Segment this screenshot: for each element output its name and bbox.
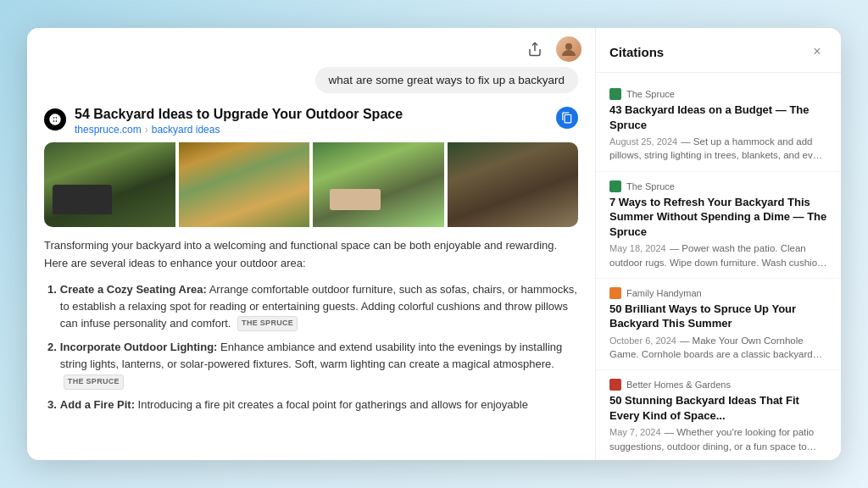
citation-source-4: Better Homes & Gardens: [626, 380, 731, 390]
left-panel: what are some great ways to fix up a bac…: [27, 28, 595, 460]
svg-point-1: [565, 43, 572, 50]
list-item-3: 3. Add a Fire Pit: Introducing a fire pi…: [47, 396, 578, 413]
citation-item-2[interactable]: The Spruce 7 Ways to Refresh Your Backya…: [596, 172, 841, 279]
share-button[interactable]: [522, 36, 548, 62]
close-button[interactable]: ×: [807, 42, 827, 62]
citation-source-1: The Spruce: [626, 89, 675, 99]
citation-favicon-2: [609, 180, 621, 192]
citation-snippet-4: May 7, 2024— Whether you're looking for …: [609, 425, 827, 452]
citation-favicon-3: [609, 287, 621, 299]
citations-list: The Spruce 43 Backyard Ideas on a Budget…: [596, 73, 841, 460]
citation-item-4[interactable]: Better Homes & Gardens 50 Stunning Backy…: [596, 370, 841, 460]
citation-item-3[interactable]: Family Handyman 50 Brilliant Ways to Spr…: [596, 279, 841, 371]
list-items: 1. Create a Cozy Seating Area: Arrange c…: [44, 281, 578, 414]
avatar[interactable]: [556, 36, 581, 62]
citation-snippet-3: October 6, 2024— Make Your Own Cornhole …: [609, 334, 827, 361]
citation-source-row-1: The Spruce: [609, 88, 827, 100]
list-item-2: 2. Incorporate Outdoor Lighting: Enhance…: [47, 339, 578, 390]
response-source: thespruce.com › backyard ideas: [75, 124, 548, 136]
backyard-image-4[interactable]: [448, 142, 579, 227]
ai-icon: [44, 108, 66, 130]
citations-title: Citations: [609, 45, 664, 59]
image-grid: [44, 142, 578, 227]
svg-point-2: [53, 118, 57, 121]
citation-favicon-1: [609, 88, 621, 100]
citation-title-4: 50 Stunning Backyard Ideas That Fit Ever…: [609, 393, 827, 423]
citation-source-3: Family Handyman: [626, 288, 702, 298]
user-message: what are some great ways to fix up a bac…: [315, 67, 578, 93]
body-text: Transforming your backyard into a welcom…: [44, 237, 578, 273]
citation-title-3: 50 Brilliant Ways to Spruce Up Your Back…: [609, 302, 827, 331]
citation-source-2: The Spruce: [626, 181, 675, 191]
response-title-block: 54 Backyard Ideas to Upgrade Your Outdoo…: [75, 107, 548, 136]
response-title: 54 Backyard Ideas to Upgrade Your Outdoo…: [75, 107, 548, 122]
source-tag-2: THE SPRUCE: [64, 374, 124, 390]
user-message-wrap: what are some great ways to fix up a bac…: [44, 67, 578, 93]
main-window: what are some great ways to fix up a bac…: [27, 28, 841, 460]
backyard-image-3[interactable]: [313, 142, 444, 227]
ai-response: 54 Backyard Ideas to Upgrade Your Outdoo…: [44, 107, 578, 414]
top-bar: [27, 28, 595, 67]
source-link-2[interactable]: backyard ideas: [152, 124, 220, 136]
backyard-image-1[interactable]: [44, 142, 175, 227]
copy-button[interactable]: [556, 107, 578, 129]
citation-item-1[interactable]: The Spruce 43 Backyard Ideas on a Budget…: [596, 80, 841, 172]
citation-source-row-2: The Spruce: [609, 180, 827, 192]
ai-response-header: 54 Backyard Ideas to Upgrade Your Outdoo…: [44, 107, 578, 136]
citation-snippet-1: August 25, 2024— Set up a hammock and ad…: [609, 135, 827, 162]
backyard-image-2[interactable]: [179, 142, 310, 227]
list-item-1: 1. Create a Cozy Seating Area: Arrange c…: [47, 281, 578, 332]
source-tag-1: THE SPRUCE: [237, 316, 298, 331]
citation-title-1: 43 Backyard Ideas on a Budget — The Spru…: [609, 103, 827, 132]
citation-source-row-3: Family Handyman: [609, 287, 827, 299]
citations-panel: Citations × The Spruce 43 Backyard Ideas…: [595, 28, 841, 460]
source-link-1[interactable]: thespruce.com: [75, 124, 142, 136]
citation-source-row-4: Better Homes & Gardens: [609, 379, 827, 391]
citation-title-2: 7 Ways to Refresh Your Backyard This Sum…: [609, 195, 827, 240]
citations-header: Citations ×: [596, 28, 841, 73]
citation-snippet-2: May 18, 2024— Power wash the patio. Clea…: [609, 241, 827, 269]
citation-favicon-4: [609, 379, 621, 391]
chat-area: what are some great ways to fix up a bac…: [27, 67, 595, 460]
